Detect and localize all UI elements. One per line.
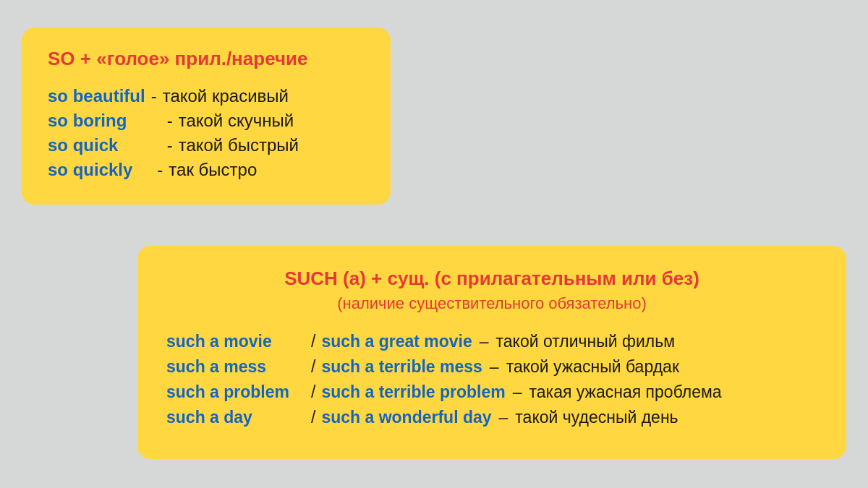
entry-1-ru: такой красивый	[163, 86, 289, 106]
entry-2-ru: такой скучный	[179, 111, 294, 131]
such-entry-3-ru: такая ужасная проблема	[529, 382, 722, 402]
entry-1-dash: -	[151, 86, 157, 106]
such-card-subtitle: (наличие существительного обязательно)	[166, 294, 817, 313]
such-entry-2-plain: such a mess	[166, 357, 311, 377]
entry-2: so boring - такой скучный	[48, 111, 365, 131]
so-card-title: SO + «голое» прил./наречие	[48, 48, 365, 70]
entry-4: so quickly - так быстро	[48, 160, 365, 180]
such-entry-2: such a mess / such a terrible mess – так…	[166, 357, 817, 377]
entry-4-en: so quickly	[48, 160, 142, 180]
such-entry-3-extended: such a terrible problem	[321, 382, 505, 402]
so-entries: so beautiful - такой красивый so boring …	[48, 86, 365, 180]
entry-4-dash: -	[148, 160, 163, 180]
entry-1: so beautiful - такой красивый	[48, 86, 365, 106]
such-entry-3-slash: /	[311, 382, 315, 402]
such-entry-2-ru: такой ужасный бардак	[506, 357, 679, 377]
such-entry-1-extended: such a great movie	[321, 332, 472, 351]
such-entry-4-emdash: –	[499, 408, 509, 427]
such-entry-4-plain: such a day	[166, 408, 311, 427]
such-entry-3-plain: such a problem	[166, 382, 311, 402]
entry-3: so quick - такой быстрый	[48, 135, 365, 155]
such-entries: such a movie / such a great movie – тако…	[166, 332, 817, 427]
entry-3-ru: такой быстрый	[179, 135, 299, 155]
such-entry-4: such a day / such a wonderful day – тако…	[166, 408, 817, 427]
such-entry-3: such a problem / such a terrible problem…	[166, 382, 817, 402]
entry-4-ru: так быстро	[169, 160, 257, 180]
such-entry-2-emdash: –	[490, 357, 499, 377]
such-entry-1-ru: такой отличный фильм	[496, 332, 675, 351]
entry-1-en: so beautiful	[48, 86, 145, 106]
entry-3-dash: -	[148, 135, 173, 155]
such-entry-4-ru: такой чудесный день	[515, 408, 678, 427]
such-entry-2-extended: such a terrible mess	[321, 357, 482, 377]
such-entry-4-extended: such a wonderful day	[321, 408, 491, 427]
entry-2-en: so boring	[48, 111, 142, 131]
such-entry-1-slash: /	[311, 332, 315, 351]
so-card: SO + «голое» прил./наречие so beautiful …	[22, 27, 391, 205]
such-card-title: SUCH (a) + сущ. (с прилагательным или бе…	[166, 267, 817, 290]
such-entry-4-slash: /	[311, 408, 315, 427]
entry-2-dash: -	[148, 111, 173, 131]
such-entry-1-plain: such a movie	[166, 332, 311, 351]
entry-3-en: so quick	[48, 135, 142, 155]
such-card: SUCH (a) + сущ. (с прилагательным или бе…	[137, 246, 846, 459]
such-entry-2-slash: /	[311, 357, 315, 377]
such-entry-1: such a movie / such a great movie – тако…	[166, 332, 817, 351]
such-entry-1-emdash: –	[480, 332, 489, 351]
such-entry-3-emdash: –	[513, 382, 522, 402]
